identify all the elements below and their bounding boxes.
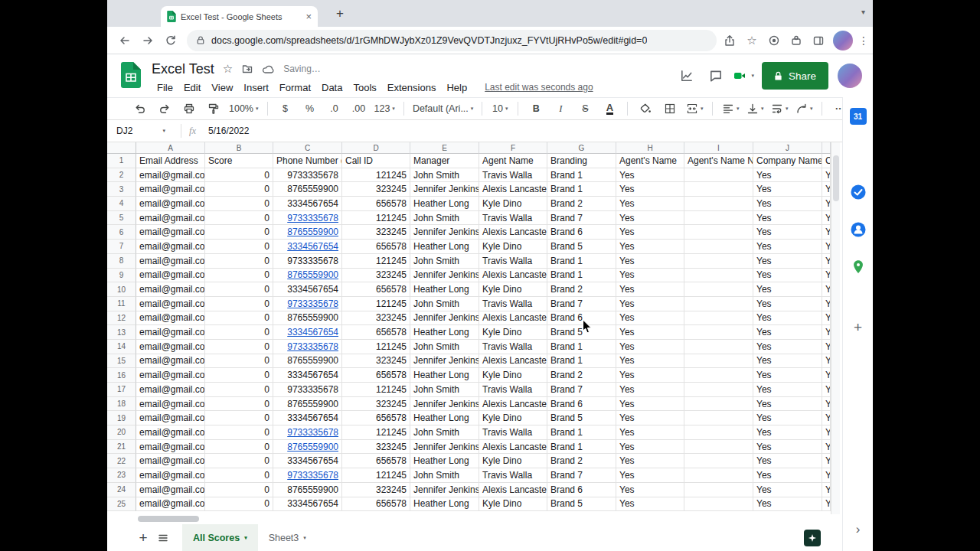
- cell[interactable]: email@gmail.com: [136, 254, 205, 269]
- cell[interactable]: email@gmail.com: [136, 354, 205, 369]
- cell[interactable]: 121245: [342, 340, 410, 354]
- cell[interactable]: Travis Walla: [479, 383, 547, 397]
- cell[interactable]: Kyle Dino: [479, 368, 547, 383]
- cell[interactable]: Jennifer Jenkins: [410, 269, 479, 283]
- cell[interactable]: Brand 1: [547, 440, 616, 455]
- cell[interactable]: Yes: [616, 240, 684, 254]
- cell[interactable]: 3334567654: [273, 497, 342, 512]
- cell[interactable]: [684, 483, 753, 497]
- cell[interactable]: Yes: [822, 340, 831, 354]
- cell[interactable]: email@gmail.com: [136, 225, 205, 240]
- cell[interactable]: Brand 6: [547, 483, 616, 497]
- cell[interactable]: 0: [205, 182, 273, 197]
- cell[interactable]: Jennifer Jenkins: [410, 483, 479, 497]
- cell[interactable]: 323245: [342, 182, 410, 197]
- column-header-J[interactable]: J: [753, 142, 822, 154]
- undo-button[interactable]: [129, 99, 152, 118]
- cell[interactable]: Yes: [753, 197, 822, 211]
- cell[interactable]: Yes: [822, 225, 831, 240]
- cloud-saved-icon[interactable]: [262, 64, 275, 75]
- cell[interactable]: Yes: [616, 368, 684, 383]
- cell[interactable]: 0: [205, 383, 273, 397]
- cell[interactable]: Kyle Dino: [479, 454, 547, 468]
- cell[interactable]: 8765559900: [273, 225, 342, 240]
- cell[interactable]: Yes: [753, 440, 822, 455]
- column-header-H[interactable]: H: [616, 142, 684, 154]
- cell[interactable]: Jennifer Jenkins: [410, 311, 479, 326]
- back-button[interactable]: [115, 31, 135, 51]
- cell[interactable]: Brand 7: [547, 297, 616, 311]
- menu-insert[interactable]: Insert: [238, 80, 274, 95]
- cell[interactable]: Yes: [822, 383, 831, 397]
- cell[interactable]: 8765559900: [273, 311, 342, 326]
- cell[interactable]: Kyle Dino: [479, 282, 547, 297]
- cell[interactable]: [684, 297, 753, 311]
- cell[interactable]: Brand 2: [547, 368, 616, 383]
- cell[interactable]: email@gmail.com: [136, 497, 205, 512]
- cell[interactable]: Yes: [753, 182, 822, 197]
- redo-button[interactable]: [153, 99, 176, 118]
- cell[interactable]: Yes: [616, 497, 684, 512]
- text-rotation-button[interactable]: ▾: [792, 99, 815, 118]
- cell[interactable]: Yes: [822, 411, 831, 425]
- cell[interactable]: Heather Long: [410, 325, 479, 340]
- document-title[interactable]: Excel Test: [152, 61, 214, 77]
- row-number[interactable]: 5: [107, 211, 136, 226]
- row-number[interactable]: 3: [107, 182, 136, 197]
- menu-view[interactable]: View: [206, 80, 238, 95]
- number-format-select[interactable]: 123▾: [372, 99, 397, 118]
- cell[interactable]: 9733335678: [273, 425, 342, 440]
- row-number[interactable]: 15: [107, 354, 136, 369]
- merge-cells-button[interactable]: ▾: [683, 99, 706, 118]
- increase-decimal-button[interactable]: .00: [348, 99, 371, 118]
- cell[interactable]: 3334567654: [273, 282, 342, 297]
- cell[interactable]: 656578: [342, 497, 410, 512]
- cell[interactable]: Brand 1: [547, 425, 616, 440]
- cell[interactable]: 3334567654: [273, 454, 342, 468]
- browser-menu-kebab-icon[interactable]: ⋮: [857, 34, 871, 47]
- column-header-I[interactable]: I: [684, 142, 753, 154]
- cell[interactable]: 656578: [342, 411, 410, 425]
- cell[interactable]: [684, 383, 753, 397]
- column-header-C[interactable]: C: [273, 142, 342, 154]
- cell[interactable]: Yes: [616, 211, 684, 226]
- cell[interactable]: [684, 311, 753, 326]
- cell[interactable]: 9733335678: [273, 211, 342, 226]
- cell[interactable]: Alexis Lancaster: [479, 440, 547, 455]
- cell[interactable]: email@gmail.com: [136, 325, 205, 340]
- cell[interactable]: Alexis Lancaster: [479, 269, 547, 283]
- cell[interactable]: 9733335678: [273, 383, 342, 397]
- row-number[interactable]: 10: [107, 282, 136, 297]
- add-sheet-button[interactable]: +: [133, 528, 153, 548]
- add-addon-button[interactable]: +: [854, 319, 862, 336]
- row-number[interactable]: 1: [107, 154, 136, 168]
- cell[interactable]: 9733335678: [273, 254, 342, 269]
- cell[interactable]: 8765559900: [273, 354, 342, 369]
- cell[interactable]: email@gmail.com: [136, 182, 205, 197]
- text-color-button[interactable]: A: [598, 99, 621, 118]
- cell[interactable]: 9733335678: [273, 297, 342, 311]
- cell[interactable]: 656578: [342, 240, 410, 254]
- vertical-scrollbar-thumb[interactable]: [833, 155, 839, 201]
- cell[interactable]: email@gmail.com: [136, 340, 205, 354]
- cell[interactable]: Yes: [822, 325, 831, 340]
- cell[interactable]: email@gmail.com: [136, 168, 205, 183]
- cell[interactable]: Brand 7: [547, 468, 616, 483]
- cell[interactable]: email@gmail.com: [136, 411, 205, 425]
- hide-side-panel-icon[interactable]: ›: [856, 522, 861, 537]
- cell[interactable]: Travis Walla: [479, 340, 547, 354]
- cell[interactable]: Heather Long: [410, 240, 479, 254]
- cell[interactable]: Travis Walla: [479, 211, 547, 226]
- row-number[interactable]: 17: [107, 383, 136, 397]
- cell[interactable]: [684, 282, 753, 297]
- cell[interactable]: Alexis Lancaster: [479, 311, 547, 326]
- all-sheets-menu-icon[interactable]: [153, 528, 173, 548]
- cell[interactable]: Yes: [753, 425, 822, 440]
- cell[interactable]: Yes: [616, 311, 684, 326]
- column-header-G[interactable]: G: [547, 142, 616, 154]
- cell[interactable]: Yes: [822, 354, 831, 369]
- cell[interactable]: Brand 1: [547, 254, 616, 269]
- cell[interactable]: 323245: [342, 269, 410, 283]
- print-button[interactable]: [178, 99, 201, 118]
- cell[interactable]: 0: [205, 168, 273, 183]
